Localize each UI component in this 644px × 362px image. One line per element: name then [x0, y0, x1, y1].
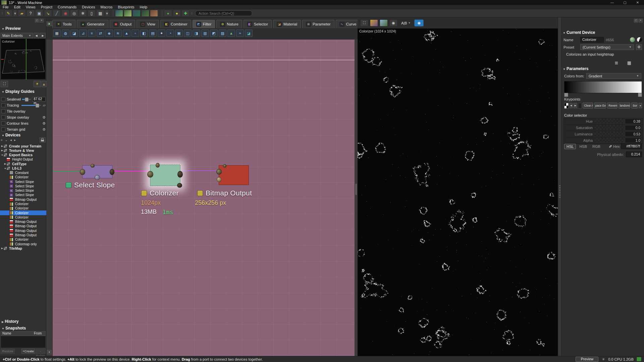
gear-icon[interactable]: ⚙ — [42, 127, 46, 132]
close-panel-icon[interactable]: ✕ — [40, 19, 44, 22]
port-input2-icon[interactable] — [217, 177, 221, 182]
colors-from-dropdown[interactable]: Gradient▼ — [586, 73, 641, 79]
sealevel-value[interactable]: 87.62 m — [32, 97, 46, 102]
tree-item-colorizer[interactable]: Colorizer — [0, 215, 46, 220]
preview-device-icon[interactable]: ⛶ — [360, 19, 368, 26]
editor-dock-icon[interactable]: ◨ — [46, 21, 51, 26]
maximize-icon[interactable]: ▢ — [619, 0, 631, 5]
new-dropdown-icon[interactable]: ▾ — [13, 10, 17, 17]
tree-item-celltype[interactable]: ▶CellType — [0, 162, 46, 166]
port-top-icon[interactable] — [91, 164, 95, 168]
lock-icon[interactable] — [40, 137, 46, 142]
approx-device-icon[interactable]: ≈ — [236, 29, 244, 37]
layout-grid-icon[interactable]: ▦ — [96, 10, 104, 17]
tiled-build-icon[interactable]: ✚ — [181, 10, 190, 17]
node-bitmap-output[interactable] — [219, 165, 249, 185]
tree-arrow-icon[interactable]: ▶ — [1, 247, 3, 250]
slider-value[interactable]: 1.0 — [625, 138, 642, 143]
clock-device-icon[interactable]: ◔ — [166, 29, 174, 37]
expand-all-icon[interactable]: » — [1, 138, 3, 142]
slider-track[interactable] — [595, 125, 624, 130]
keypoint-landomize-button[interactable]: landomize — [619, 103, 630, 109]
next-device-icon[interactable]: ▸ — [14, 138, 16, 142]
checkbox[interactable] — [1, 127, 5, 131]
tree-item-colorizer[interactable]: Colorizer — [0, 210, 46, 215]
dock-panel-icon[interactable]: ◱ — [634, 19, 638, 22]
tree-item-l0-l3[interactable]: ▼L0-L3 — [0, 166, 46, 170]
port-input-icon[interactable] — [147, 171, 153, 178]
slider-track[interactable] — [595, 119, 624, 124]
node-colorizer[interactable] — [150, 165, 180, 186]
grid-device-icon[interactable]: ▦ — [53, 29, 61, 37]
scroll-down-icon[interactable]: ▼ — [47, 350, 52, 354]
pin-icon[interactable]: ◉ — [61, 10, 69, 17]
shade-device-icon[interactable]: ◨ — [193, 29, 200, 37]
tree-item-bitmap-output[interactable]: Bitmap Output — [0, 224, 46, 228]
canvas-vertical-scrollbar[interactable] — [355, 40, 358, 356]
enabled-swatch-icon[interactable] — [66, 182, 71, 188]
tab-combiner[interactable]: ◧Combiner — [160, 20, 191, 28]
ring-settings-icon[interactable]: ◎ — [70, 10, 78, 17]
menu-views[interactable]: Views — [23, 5, 38, 9]
lowres-build-icon[interactable]: ● — [173, 10, 181, 17]
view-terrain-icon[interactable] — [115, 10, 123, 17]
slider-knob[interactable] — [25, 98, 29, 102]
port-input-icon[interactable] — [80, 169, 85, 175]
save-icon[interactable]: ▣ — [35, 10, 43, 17]
close-panel-icon[interactable]: ✕ — [639, 19, 643, 22]
hex-input[interactable]: #ff7f807f — [621, 143, 642, 149]
tab-generator[interactable]: ▲Generator — [77, 20, 108, 28]
preview-image[interactable]: Colorizer (1024 x 1024) — [358, 28, 558, 356]
tree-item-height-output[interactable]: Height Output — [0, 157, 46, 162]
enabled-swatch-icon[interactable] — [197, 190, 203, 196]
tree-arrow-icon[interactable]: ▶ — [1, 149, 3, 152]
gradient-handle-left[interactable] — [564, 93, 568, 97]
port-top-icon[interactable] — [156, 163, 160, 168]
tree-item-colorizer[interactable]: Colorizer — [0, 237, 46, 242]
tree-item-select-slope[interactable]: <Select Slope — [0, 188, 46, 193]
diamond-device-icon[interactable]: ◈ — [105, 29, 113, 37]
close-icon[interactable]: ✕ — [631, 0, 644, 5]
wire-green[interactable] — [53, 171, 84, 172]
current-keypoint-swatch[interactable] — [578, 103, 582, 109]
parameters-header[interactable]: ▼Parameters — [563, 66, 588, 71]
tree-item-bitmap-output[interactable]: Bitmap Output — [0, 233, 46, 237]
tweak-sliders-icon[interactable]: ≣ — [612, 59, 621, 66]
splitter-handle-icon[interactable] — [559, 185, 560, 198]
keypoint-more-icon[interactable]: ▼ — [639, 103, 642, 108]
view-material-icon[interactable] — [150, 10, 158, 17]
corner-device-icon[interactable]: ◩ — [210, 29, 218, 37]
layers-device-icon[interactable]: ≡ — [88, 29, 96, 37]
build-icon[interactable]: ● — [164, 10, 172, 17]
heightfield-view-icon[interactable] — [380, 19, 388, 26]
checkbox[interactable] — [1, 97, 5, 101]
world-icon[interactable] — [630, 37, 635, 42]
checkbox[interactable] — [1, 103, 5, 107]
preset-gear-icon[interactable]: ⚙ — [636, 44, 642, 50]
view-texture-icon[interactable] — [132, 10, 141, 17]
tree-item-bitmap-output[interactable]: Bitmap Output — [0, 229, 46, 233]
clay-view-icon[interactable] — [370, 19, 378, 26]
mount-device-icon[interactable]: ▲ — [227, 29, 235, 37]
preset-dropdown[interactable]: (Current Settings)▼ — [580, 44, 634, 50]
camera-icon[interactable]: ◉ — [414, 19, 424, 26]
slider-track[interactable] — [595, 131, 624, 137]
checkbox[interactable] — [1, 115, 5, 119]
preview-3d-thumbnail[interactable]: Colorizer — [1, 39, 46, 79]
tab-parameter[interactable]: ⊞Parameter — [302, 20, 334, 28]
teal-device-icon[interactable]: ◪ — [245, 29, 253, 37]
contrast-icon[interactable] — [637, 37, 642, 42]
menu-help[interactable]: Help — [137, 5, 150, 9]
menu-devices[interactable]: Devices — [79, 5, 98, 9]
slope-device-icon[interactable]: ◪ — [70, 29, 78, 37]
grid-settings-icon[interactable]: ▦ — [625, 59, 634, 66]
tree-item-texture-view[interactable]: ▶Texture & View — [0, 148, 46, 153]
sealevel-slider[interactable] — [22, 99, 31, 100]
display-guides-header[interactable]: ▼Display Guides — [2, 89, 35, 94]
open-project-icon[interactable]: ▰ — [18, 10, 26, 17]
graph-layout-icon[interactable]: ╱ — [53, 10, 61, 17]
view-wireframe-icon[interactable] — [124, 10, 132, 17]
action-search-input[interactable] — [195, 10, 252, 16]
menu-file[interactable]: File — [0, 5, 11, 9]
restore-snapshot-button[interactable]: Restore — [1, 349, 15, 354]
